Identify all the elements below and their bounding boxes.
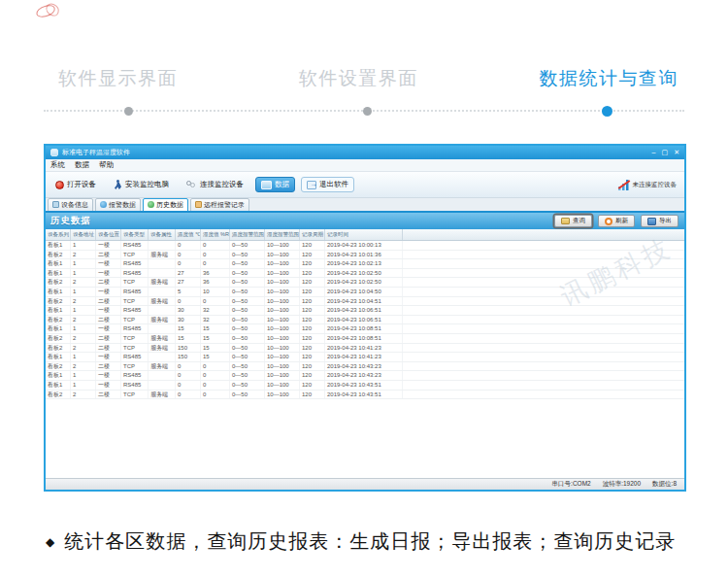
remote-log-icon (195, 201, 202, 208)
table-cell: 2 (71, 391, 96, 399)
sub-tab[interactable]: 远程报警记录 (190, 198, 249, 212)
window-controls: –▢✕ (652, 146, 679, 159)
table-row[interactable]: 看板22二楼TCP服务端000—5010—1001202019-04-23 10… (46, 391, 684, 400)
table-cell: 120 (300, 241, 325, 250)
caption-bullet-icon: ◆ (46, 535, 55, 549)
table-cell: 1 (71, 269, 96, 278)
table-cell: 120 (300, 353, 325, 361)
nav-tab-1[interactable]: 软件显示界面 (58, 66, 178, 91)
table-row[interactable]: 看板22二楼TCP服务端30320—5010—1001202019-04-23 … (46, 316, 684, 325)
timeline (44, 110, 684, 112)
table-cell: 2 (71, 251, 96, 259)
table-cell: 0—50 (230, 362, 265, 371)
table-row[interactable]: 看板11一楼RS485000—5010—1001202019-04-23 10:… (46, 381, 684, 391)
column-header: 设备系列 (46, 229, 71, 240)
table-cell (149, 324, 176, 333)
history-table: 设备系列设备地址设备位置设备类型设备属性温度值 ℃湿度值 %RH温度报警范围湿度… (46, 229, 684, 399)
panel-buttons: 查询刷新导出 (554, 215, 678, 227)
toolbar-buttons: 打开设备安装监控电脑连接监控设备数据退出软件 (50, 177, 354, 193)
table-cell: 0—50 (230, 306, 265, 315)
table-empty-area (46, 399, 684, 478)
table-cell: 一楼 (96, 259, 121, 268)
alarm-icon (100, 201, 107, 208)
table-cell: 看板1 (46, 324, 71, 333)
table-cell: 10—100 (265, 324, 300, 333)
toolbar-button[interactable]: 安装监控电脑 (108, 177, 175, 193)
top-nav: 软件显示界面软件设置界面数据统计与查询 (44, 66, 684, 91)
sub-tab[interactable]: 历史数据 (143, 198, 188, 212)
table-cell: 0 (176, 259, 201, 268)
column-header: 记录时间 (325, 229, 403, 240)
table-row[interactable]: 看板22二楼TCP服务端000—5010—1001202019-04-23 10… (46, 362, 684, 372)
table-cell: 27 (176, 278, 201, 287)
table-cell: 0—50 (230, 344, 265, 353)
panel-button[interactable]: 刷新 (598, 215, 635, 227)
table-row[interactable]: 看板11一楼RS485000—5010—1001202019-04-23 10:… (46, 241, 684, 251)
menu-item[interactable]: 系统 (50, 160, 65, 170)
table-cell: 10—100 (265, 353, 300, 361)
table-row[interactable]: 看板11一楼RS48515150—5010—1001202019-04-23 1… (46, 324, 684, 334)
table-cell: 服务端 (149, 251, 176, 259)
table-cell: TCP (121, 251, 149, 259)
table-cell: TCP (121, 334, 149, 343)
column-header: 设备位置 (96, 229, 121, 240)
exit-icon (307, 181, 316, 189)
maximize-button[interactable]: ▢ (662, 146, 669, 159)
column-header: 设备地址 (71, 229, 96, 240)
table-cell: 服务端 (149, 344, 176, 353)
device-icon (52, 201, 59, 208)
sub-tab[interactable]: 设备信息 (48, 198, 93, 212)
table-row[interactable]: 看板11一楼RS485000—5010—1001202019-04-23 10:… (46, 259, 684, 269)
column-header: 湿度值 %RH (201, 229, 230, 240)
table-cell: 0 (176, 391, 201, 399)
panel-button[interactable]: 导出 (641, 215, 678, 227)
table-cell: 0—50 (230, 391, 265, 399)
table-row[interactable]: 看板22二楼TCP服务端000—5010—1001202019-04-23 10… (46, 251, 684, 260)
table-row[interactable]: 看板11一楼RS485000—5010—1001202019-04-23 10:… (46, 371, 684, 381)
table-cell: 10—100 (265, 371, 300, 380)
table-cell: 2019-04-23 10:43:51 (325, 381, 403, 390)
table-cell: 看板2 (46, 251, 71, 259)
table-cell: RS485 (121, 241, 149, 250)
table-cell: 0 (201, 391, 230, 399)
toolbar: 打开设备安装监控电脑连接监控设备数据退出软件 未连接监控设备 (46, 172, 684, 198)
table-cell: TCP (121, 316, 149, 324)
status-item: 波特率:19200 (603, 480, 641, 489)
menu-item[interactable]: 帮助 (99, 160, 114, 170)
table-row[interactable]: 看板11一楼RS48527360—5010—1001202019-04-23 1… (46, 269, 684, 279)
table-cell: 二楼 (96, 334, 121, 343)
sub-tab[interactable]: 报警数据 (95, 198, 141, 212)
table-row[interactable]: 看板22二楼TCP服务端000—5010—1001202019-04-23 10… (46, 297, 684, 307)
table-cell: 5 (176, 288, 201, 296)
toolbar-button[interactable]: 退出软件 (301, 177, 354, 192)
table-cell: 120 (300, 362, 325, 371)
table-row[interactable]: 看板22二楼TCP服务端27360—5010—1001202019-04-23 … (46, 278, 684, 288)
table-cell: RS485 (121, 259, 149, 268)
table-row[interactable]: 看板11一楼RS485150150—5010—1001202019-04-23 … (46, 353, 684, 362)
table-cell: RS485 (121, 269, 149, 278)
table-cell: 32 (201, 306, 230, 315)
toolbar-button[interactable]: 打开设备 (50, 177, 102, 192)
table-cell: 0 (176, 371, 201, 380)
minimize-button[interactable]: – (652, 146, 656, 159)
nav-tab-3[interactable]: 数据统计与查询 (540, 66, 679, 91)
table-row[interactable]: 看板11一楼RS4855100—5010—1001202019-04-23 10… (46, 288, 684, 297)
table-cell: 一楼 (96, 306, 121, 315)
table-row[interactable]: 看板11一楼RS48530320—5010—1001202019-04-23 1… (46, 306, 684, 316)
toolbar-button[interactable]: 数据 (255, 177, 295, 192)
nav-tab-2[interactable]: 软件设置界面 (299, 66, 418, 91)
table-cell: 10—100 (265, 297, 300, 306)
toolbar-button[interactable]: 连接监控设备 (181, 177, 249, 192)
table-cell: 服务端 (149, 297, 176, 306)
table-row[interactable]: 看板22二楼TCP服务端15150—5010—1001202019-04-23 … (46, 334, 684, 344)
menu-item[interactable]: 数据 (75, 160, 89, 170)
panel-button[interactable]: 查询 (554, 215, 592, 227)
table-cell: 一楼 (96, 288, 121, 296)
table-cell: 0—50 (230, 334, 265, 343)
table-cell (149, 241, 176, 250)
table-row[interactable]: 看板22二楼TCP服务端150150—5010—1001202019-04-23… (46, 344, 684, 354)
close-button[interactable]: ✕ (674, 146, 679, 159)
table-cell: 看板1 (46, 371, 71, 380)
table-cell: RS485 (121, 353, 149, 361)
table-cell: 二楼 (96, 297, 121, 306)
